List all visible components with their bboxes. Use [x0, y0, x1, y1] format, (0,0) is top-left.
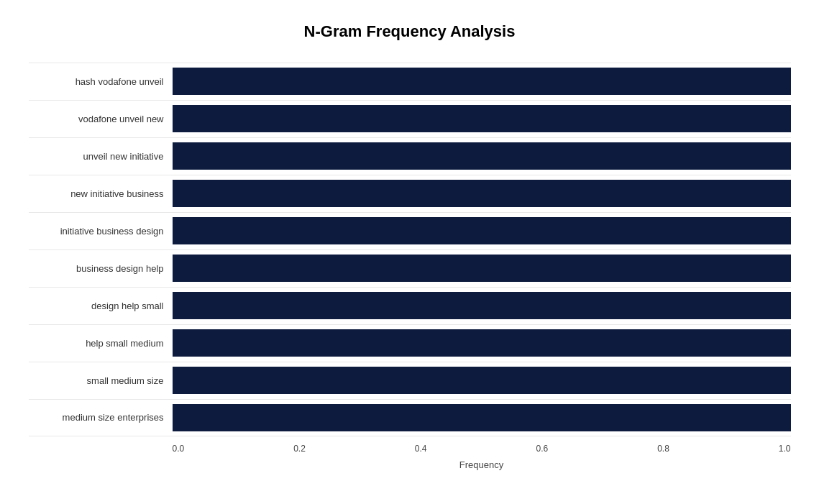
bar-fill	[173, 329, 791, 357]
bar-label: unveil new initiative	[29, 151, 173, 162]
bar-fill	[173, 255, 791, 282]
bar-label: business design help	[29, 263, 173, 274]
bar-label: vodafone unveil new	[29, 114, 173, 124]
bar-track	[173, 292, 791, 319]
bar-fill	[173, 142, 791, 170]
bar-fill	[173, 217, 791, 244]
chart-container: N-Gram Frequency Analysis hash vodafone …	[14, 8, 805, 497]
chart-title: N-Gram Frequency Analysis	[29, 22, 791, 41]
bar-fill	[173, 105, 791, 132]
bar-track	[173, 367, 791, 394]
x-tick: 0.8	[657, 444, 669, 454]
bar-row: vodafone unveil new	[29, 100, 791, 137]
bar-row: medium size enterprises	[29, 399, 791, 436]
x-tick: 0.6	[536, 444, 548, 454]
bar-fill	[173, 367, 791, 394]
bar-label: initiative business design	[29, 226, 173, 237]
bar-label: hash vodafone unveil	[29, 76, 173, 87]
bar-label: help small medium	[29, 338, 173, 349]
bar-row: unveil new initiative	[29, 137, 791, 175]
bar-label: new initiative business	[29, 188, 173, 199]
bar-label: design help small	[29, 301, 173, 311]
bar-track	[173, 255, 791, 282]
x-tick: 0.4	[415, 444, 427, 454]
bar-row: initiative business design	[29, 212, 791, 249]
bar-fill	[173, 292, 791, 319]
bar-fill	[173, 180, 791, 207]
bar-track	[173, 105, 791, 132]
bar-row: small medium size	[29, 362, 791, 399]
x-axis-ticks: 0.00.20.40.60.81.0	[173, 439, 791, 455]
bar-track	[173, 180, 791, 207]
x-tick: 0.2	[293, 444, 306, 454]
x-tick: 1.0	[779, 444, 791, 454]
bar-label: small medium size	[29, 375, 173, 386]
bar-fill	[173, 404, 791, 431]
bar-track	[173, 329, 791, 357]
bar-row: hash vodafone unveil	[29, 63, 791, 100]
bar-fill	[173, 68, 791, 95]
bar-track	[173, 142, 791, 170]
bar-track	[173, 404, 791, 431]
bar-row: design help small	[29, 287, 791, 324]
x-axis-label: Frequency	[29, 459, 791, 470]
bar-track	[173, 217, 791, 244]
bar-row: business design help	[29, 249, 791, 287]
bar-track	[173, 68, 791, 95]
x-tick: 0.0	[173, 444, 185, 454]
bar-row: help small medium	[29, 324, 791, 362]
chart-area: hash vodafone unveilvodafone unveil newu…	[29, 63, 791, 436]
x-axis: 0.00.20.40.60.81.0	[29, 439, 791, 455]
bar-label: medium size enterprises	[29, 412, 173, 423]
bar-row: new initiative business	[29, 175, 791, 212]
